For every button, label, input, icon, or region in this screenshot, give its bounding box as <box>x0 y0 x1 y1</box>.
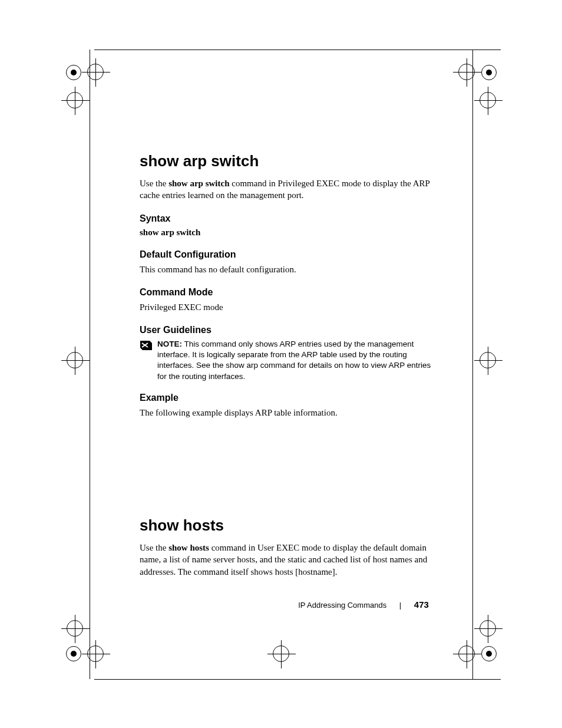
section-title-show-arp-switch: show arp switch <box>140 152 434 170</box>
command-mode-text: Privileged EXEC mode <box>140 301 434 313</box>
intro-pre: Use the <box>140 179 168 188</box>
intro-paragraph-2: Use the show hosts command in User EXEC … <box>140 542 434 578</box>
note-body: This command only shows ARP entries used… <box>157 340 431 381</box>
intro-pre-2: Use the <box>140 543 168 552</box>
intro-paragraph: Use the show arp switch command in Privi… <box>140 177 434 202</box>
intro-command-name: show arp switch <box>168 179 229 188</box>
footer-separator: | <box>399 601 401 610</box>
syntax-command: show arp switch <box>140 228 434 238</box>
default-config-heading: Default Configuration <box>140 249 434 260</box>
note-text: NOTE: This command only shows ARP entrie… <box>157 339 434 382</box>
syntax-heading: Syntax <box>140 213 434 224</box>
footer-page-number: 473 <box>414 599 429 610</box>
example-text: The following example displays ARP table… <box>140 407 434 419</box>
note-prefix: NOTE: <box>157 340 182 348</box>
note-block: NOTE: This command only shows ARP entrie… <box>140 339 434 382</box>
user-guidelines-heading: User Guidelines <box>140 325 434 335</box>
note-icon <box>140 340 153 353</box>
footer-section-label: IP Addressing Commands <box>298 601 386 610</box>
example-heading: Example <box>140 393 434 403</box>
section-title-show-hosts: show hosts <box>140 516 434 535</box>
intro-command-name-2: show hosts <box>168 543 209 552</box>
section-show-hosts: show hosts Use the show hosts command in… <box>140 516 434 578</box>
page-footer: IP Addressing Commands | 473 <box>0 599 562 610</box>
command-mode-heading: Command Mode <box>140 287 434 298</box>
page-content: show arp switch Use the show arp switch … <box>140 152 434 589</box>
default-config-text: This command has no default configuratio… <box>140 263 434 275</box>
